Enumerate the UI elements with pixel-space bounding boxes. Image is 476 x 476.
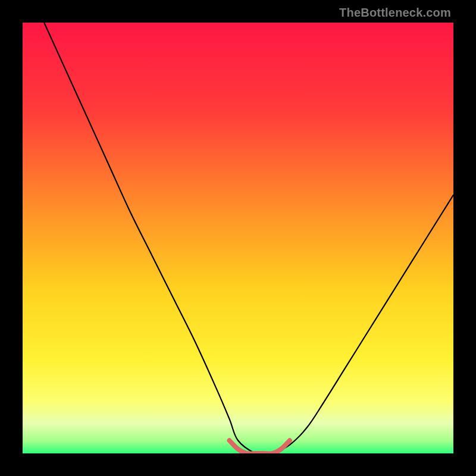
- chart-container: TheBottleneck.com: [0, 0, 476, 476]
- plot-area: [23, 23, 453, 453]
- gradient-background: [23, 23, 453, 453]
- svg-rect-0: [23, 23, 453, 453]
- watermark-text: TheBottleneck.com: [339, 6, 451, 20]
